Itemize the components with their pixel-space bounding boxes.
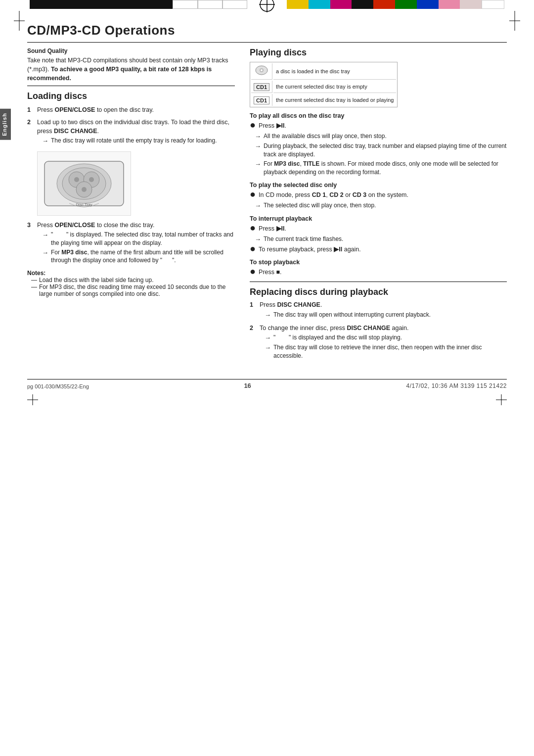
bar-seg-m xyxy=(330,0,352,9)
bar-seg-c xyxy=(309,0,330,9)
loading-discs-section: Loading discs 1 Press OPEN/CLOSE to open… xyxy=(27,91,235,297)
bar-seg-5 xyxy=(125,0,149,9)
disc-icon-2: CD1 xyxy=(251,81,272,93)
step-3-arrow2: → For MP3 disc, the name of the first al… xyxy=(42,248,235,265)
to-stop-heading: To stop playback xyxy=(250,259,507,266)
to-play-all-arrow1: → All the available discs will play once… xyxy=(255,132,507,141)
replacing-step-1: 1 Press DISC CHANGE. → The disc tray wil… xyxy=(250,300,507,320)
bar-seg-3 xyxy=(77,0,101,9)
disc-icons-table: a disc is loaded in the disc tray CD1 th… xyxy=(250,62,398,107)
loading-step-2: 2 Load up to two discs on the individual… xyxy=(27,118,235,146)
replacing-discs-heading: Replacing discs during playback xyxy=(250,287,507,297)
loading-rule xyxy=(27,86,235,86)
center-reg-mark xyxy=(258,0,276,13)
bar-seg-g xyxy=(395,0,417,9)
disc-icon-3: CD1 xyxy=(251,94,272,106)
bar-seg-l xyxy=(460,0,482,9)
to-play-all-step1: ● Press ▶II. xyxy=(250,121,507,130)
svg-point-13 xyxy=(89,177,94,182)
bar-seg-y xyxy=(287,0,309,9)
bar-seg-b xyxy=(417,0,439,9)
loading-step-1: 1 Press OPEN/CLOSE to open the disc tray… xyxy=(27,105,235,114)
note-2: — For MP3 disc, the disc reading time ma… xyxy=(31,284,235,297)
notes-section: Notes: — Load the discs with the label s… xyxy=(27,270,235,297)
to-play-all-arrow3: → For MP3 disc, TITLE is shown. For mixe… xyxy=(255,160,507,177)
reg-mark-bottom-right xyxy=(496,394,507,405)
bar-seg-2 xyxy=(53,0,77,9)
left-column: Sound Quality Take note that MP3-CD comp… xyxy=(27,47,235,364)
disc-icon-row-2: CD1 the current selected disc tray is em… xyxy=(251,81,396,93)
to-play-all-arrow2: → During playback, the selected disc tra… xyxy=(255,142,507,159)
replacing-rule xyxy=(250,282,507,282)
sound-quality-heading: Sound Quality xyxy=(27,47,235,54)
top-color-bar xyxy=(0,0,534,9)
svg-text:Disc Tray: Disc Tray xyxy=(76,202,92,207)
replacing-step-2-arrow2: → The disc tray will close to retrieve t… xyxy=(265,343,507,360)
step-2-content: Load up to two discs on the individual d… xyxy=(37,118,235,146)
loading-steps: 1 Press OPEN/CLOSE to open the disc tray… xyxy=(27,105,235,146)
footer-page-num: 16 xyxy=(244,382,251,389)
right-column: Playing discs a disc is loaded in the di… xyxy=(250,47,507,364)
page-content: CD/MP3-CD Operations Sound Quality Take … xyxy=(27,9,507,405)
disc-tray-image: Disc Tray xyxy=(37,151,131,216)
step-3-num: 3 xyxy=(27,221,34,266)
language-tab: English xyxy=(0,109,11,140)
step-3-text: Press OPEN/CLOSE to close the disc tray. xyxy=(37,222,154,229)
to-play-selected-heading: To play the selected disc only xyxy=(250,182,507,189)
step-2-num: 2 xyxy=(27,118,34,146)
bar-seg-4 xyxy=(101,0,125,9)
to-stop-step1: ● Press ■. xyxy=(250,268,507,277)
to-interrupt-section: To interrupt playback ● Press ▶II. → The… xyxy=(250,215,507,254)
reg-mark-top-left xyxy=(14,11,25,32)
to-stop-list: ● Press ■. xyxy=(250,268,507,277)
replacing-steps: 1 Press DISC CHANGE. → The disc tray wil… xyxy=(250,300,507,361)
replacing-step-2-arrow1: → " " is displayed and the disc will sto… xyxy=(265,333,507,342)
step-3-arrow1: → " " is displayed. The selected disc tr… xyxy=(42,231,235,247)
disc-icon-row-1: a disc is loaded in the disc tray xyxy=(251,63,396,80)
to-play-selected-arrow1: → The selected disc will play once, then… xyxy=(255,201,507,210)
bar-seg-7 xyxy=(173,0,197,9)
to-stop-section: To stop playback ● Press ■. xyxy=(250,259,507,277)
title-rule xyxy=(27,42,507,43)
disc-icon-desc-2: the current selected disc tray is empty xyxy=(273,81,396,93)
loading-step-3: 3 Press OPEN/CLOSE to close the disc tra… xyxy=(27,221,235,266)
main-columns: Sound Quality Take note that MP3-CD comp… xyxy=(27,47,507,364)
bar-seg-w xyxy=(482,0,504,9)
bar-seg-1 xyxy=(30,0,53,9)
playing-discs-heading: Playing discs xyxy=(250,47,507,58)
svg-point-15 xyxy=(82,187,87,192)
bar-seg-k xyxy=(352,0,373,9)
loading-discs-heading: Loading discs xyxy=(27,91,235,101)
disc-icon-desc-1: a disc is loaded in the disc tray xyxy=(273,63,396,80)
to-play-selected-list: ● In CD mode, press CD 1, CD 2 or CD 3 o… xyxy=(250,190,507,199)
disc-icon-desc-3: the current selected disc tray is loaded… xyxy=(273,94,396,106)
step-2-arrow1: → The disc tray will rotate until the em… xyxy=(42,137,235,145)
to-play-all-section: To play all discs on the disc tray ● Pre… xyxy=(250,112,507,177)
notes-title: Notes: xyxy=(27,270,235,277)
to-interrupt-step1: ● Press ▶II. xyxy=(250,224,507,233)
bar-seg-6 xyxy=(149,0,173,9)
note-1: — Load the discs with the label side fac… xyxy=(31,277,235,284)
to-play-selected-step1: ● In CD mode, press CD 1, CD 2 or CD 3 o… xyxy=(250,190,507,199)
step-3-content: Press OPEN/CLOSE to close the disc tray.… xyxy=(37,221,235,266)
bar-seg-r xyxy=(373,0,395,9)
to-interrupt-heading: To interrupt playback xyxy=(250,215,507,222)
replacing-step-2-content: To change the inner disc, press DISC CHA… xyxy=(260,324,507,361)
to-interrupt-arrow1: → The current track time flashes. xyxy=(255,235,507,244)
replacing-step-2: 2 To change the inner disc, press DISC C… xyxy=(250,324,507,361)
replacing-step-1-arrow1: → The disc tray will open without interr… xyxy=(265,311,431,320)
loading-steps-cont: 3 Press OPEN/CLOSE to close the disc tra… xyxy=(27,221,235,266)
bottom-reg-marks xyxy=(27,394,507,405)
footer-right: 4/17/02, 10:36 AM 3139 115 21422 xyxy=(406,382,507,389)
to-interrupt-list: ● Press ▶II. xyxy=(250,224,507,233)
footer-left: pg 001-030/M355/22-Eng xyxy=(27,383,89,389)
to-play-all-heading: To play all discs on the disc tray xyxy=(250,112,507,119)
to-interrupt-resume: ● To resume playback, press ▶II again. xyxy=(250,245,507,254)
to-interrupt-step2: ● To resume playback, press ▶II again. xyxy=(250,245,507,254)
reg-mark-top-right xyxy=(509,11,520,32)
bar-seg-8 xyxy=(198,0,222,9)
to-play-all-list: ● Press ▶II. xyxy=(250,121,507,130)
playing-discs-section: Playing discs a disc is loaded in the di… xyxy=(250,47,507,277)
step-2-text: Load up to two discs on the individual d… xyxy=(37,119,229,135)
sound-quality-section: Sound Quality Take note that MP3-CD comp… xyxy=(27,47,235,83)
